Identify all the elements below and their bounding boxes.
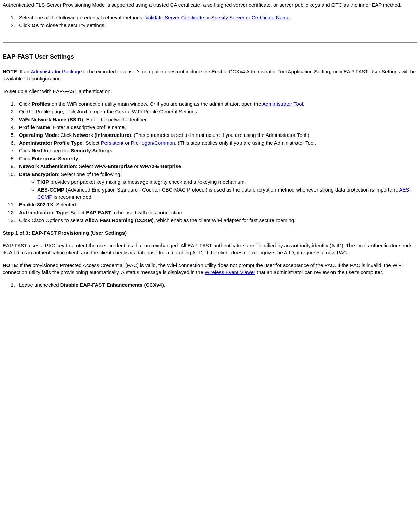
divider bbox=[3, 42, 417, 43]
text: or bbox=[204, 15, 211, 20]
final-list: Leave unchecked Disable EAP-FAST Enhance… bbox=[3, 281, 417, 288]
note-label: NOTE bbox=[3, 262, 17, 268]
list-item: Profile Name: Enter a descriptive profil… bbox=[16, 124, 417, 131]
text: to be used with this connection. bbox=[111, 210, 183, 215]
list-item: Click Profiles on the WiFi connection ut… bbox=[16, 100, 417, 107]
list-item: Leave unchecked Disable EAP-FAST Enhance… bbox=[16, 281, 417, 288]
text: : Select bbox=[82, 140, 101, 146]
text: : Enter a descriptive profile name. bbox=[50, 124, 126, 130]
text: Click bbox=[19, 22, 32, 28]
setup-steps-list: Click Profiles on the WiFi connection ut… bbox=[3, 100, 417, 224]
text: : Select one of the following: bbox=[58, 171, 122, 177]
list-item: Click Cisco Options to select Allow Fast… bbox=[16, 217, 417, 224]
link-pre-logon-common[interactable]: Pre-logon/Common bbox=[131, 140, 175, 146]
note-paragraph: NOTE: If an Administrator Package to be … bbox=[3, 68, 417, 82]
text: or bbox=[133, 163, 140, 169]
text: . bbox=[290, 15, 291, 20]
bold: Network Authentication bbox=[19, 163, 76, 169]
bold: WPA-Enterprise bbox=[94, 163, 133, 169]
text: , which enables the client WiFi adapter … bbox=[154, 217, 296, 223]
bold: Next bbox=[32, 148, 43, 153]
text: is recommended. bbox=[52, 194, 93, 200]
list-item: On the Profile page, click Add to open t… bbox=[16, 108, 417, 115]
setup-intro: To set up a client with EAP-FAST authent… bbox=[3, 88, 417, 95]
step1-paragraph: EAP-FAST uses a PAC key to protect the u… bbox=[3, 242, 417, 256]
text: to open the bbox=[42, 148, 71, 153]
credential-method-list: Select one of the following credential r… bbox=[3, 14, 417, 29]
list-item: Operating Mode: Click Network (Infrastru… bbox=[16, 131, 417, 139]
ok-label: OK bbox=[32, 22, 39, 28]
link-persistent[interactable]: Persistent bbox=[101, 140, 123, 146]
link-administrator-package[interactable]: Administrator Package bbox=[31, 69, 82, 74]
list-item: Click Next to open the Security Settings… bbox=[16, 147, 417, 154]
bold: Disable EAP-FAST Enhancements (CCXv4) bbox=[60, 282, 164, 288]
link-administrator-tool[interactable]: Administrator Tool bbox=[262, 101, 303, 107]
text: or bbox=[123, 140, 131, 146]
text: : Select bbox=[76, 163, 94, 169]
bold: Enterprise Security bbox=[32, 156, 78, 161]
text: Click bbox=[19, 101, 32, 107]
text: : Click bbox=[58, 132, 73, 138]
text: : Enter the network identifier. bbox=[83, 116, 148, 122]
text: : Select bbox=[68, 210, 86, 215]
text: . bbox=[112, 148, 114, 153]
bold: Authentication Type bbox=[19, 210, 68, 215]
text: . bbox=[164, 282, 165, 288]
list-item: Click OK to close the security settings. bbox=[16, 22, 417, 29]
intro-paragraph: Authenticated-TLS-Server Provisioning Mo… bbox=[3, 1, 417, 8]
link-wireless-event-viewer[interactable]: Wireless Event Viewer bbox=[205, 269, 255, 275]
text: provides per-packet key mixing, a messag… bbox=[49, 179, 246, 185]
list-item: Network Authentication: Select WPA-Enter… bbox=[16, 163, 417, 170]
list-item: Select one of the following credential r… bbox=[16, 14, 417, 21]
bold: Profile Name bbox=[19, 124, 50, 130]
link-specify-server-or-cert-name[interactable]: Specify Server or Certificate Name bbox=[211, 15, 290, 20]
bold: Allow Fast Roaming (CCKM) bbox=[85, 217, 154, 223]
text: that an administrator can review on the … bbox=[255, 269, 383, 275]
bold: TKIP bbox=[37, 179, 49, 185]
note-paragraph-2: NOTE: If the provisioned Protected Acces… bbox=[3, 261, 417, 276]
bold: AES-CCMP bbox=[37, 187, 64, 193]
bold: EAP-FAST bbox=[86, 210, 111, 215]
link-validate-server-certificate[interactable]: Validate Server Certificate bbox=[145, 15, 204, 20]
eap-fast-user-settings-heading: EAP-FAST User Settings bbox=[3, 53, 417, 61]
data-encryption-sublist: TKIP provides per-packet key mixing, a m… bbox=[19, 178, 417, 200]
list-item: Authentication Type: Select EAP-FAST to … bbox=[16, 209, 417, 216]
list-item: Administrator Profile Type: Select Persi… bbox=[16, 139, 417, 146]
list-item: Enable 802.1X: Selected. bbox=[16, 201, 417, 208]
note-label: NOTE bbox=[3, 69, 17, 74]
text: . bbox=[303, 101, 304, 107]
text: Leave unchecked bbox=[19, 282, 60, 288]
bold: Add bbox=[77, 109, 87, 114]
text: . bbox=[181, 163, 183, 169]
text: : Selected. bbox=[53, 202, 77, 207]
bold: Enable 802.1X bbox=[19, 202, 53, 207]
text: . (This parameter is set to Infrastructu… bbox=[131, 132, 309, 138]
text: (Advanced Encryption Standard - Counter … bbox=[64, 187, 399, 193]
text: Click Cisco Options to select bbox=[19, 217, 85, 223]
list-item: WiFi Network Name (SSID): Enter the netw… bbox=[16, 116, 417, 123]
list-item: AES-CCMP (Advanced Encryption Standard -… bbox=[31, 186, 417, 200]
bold: Network (Infrastructure) bbox=[73, 132, 131, 138]
text: On the Profile page, click bbox=[19, 109, 77, 114]
bold: WiFi Network Name (SSID) bbox=[19, 116, 83, 122]
list-item: Click Enterprise Security. bbox=[16, 155, 417, 162]
bold: Security Settings bbox=[71, 148, 113, 153]
text: . (This step applies only if you are usi… bbox=[175, 140, 316, 146]
step1-heading: Step 1 of 3: EAP-FAST Provisioning (User… bbox=[3, 229, 417, 236]
text: to close the security settings. bbox=[39, 22, 106, 28]
bold: Operating Mode bbox=[19, 132, 58, 138]
text: . bbox=[78, 156, 79, 161]
text: to open the Create WiFi Profile General … bbox=[87, 109, 198, 114]
text: Click bbox=[19, 148, 32, 153]
bold: Data Encryption bbox=[19, 171, 58, 177]
text: on the WiFi connection utility main wind… bbox=[50, 101, 262, 107]
bold: Administrator Profile Type bbox=[19, 140, 82, 146]
list-item: TKIP provides per-packet key mixing, a m… bbox=[31, 178, 417, 185]
text: Select one of the following credential r… bbox=[19, 15, 145, 20]
bold: WPA2-Enterprise bbox=[140, 163, 181, 169]
text: Click bbox=[19, 156, 32, 161]
list-item: Data Encryption: Select one of the follo… bbox=[16, 170, 417, 200]
bold: Step 1 of 3: EAP-FAST Provisioning (User… bbox=[3, 230, 127, 236]
bold: Profiles bbox=[32, 101, 50, 107]
text: : If an bbox=[17, 69, 31, 74]
